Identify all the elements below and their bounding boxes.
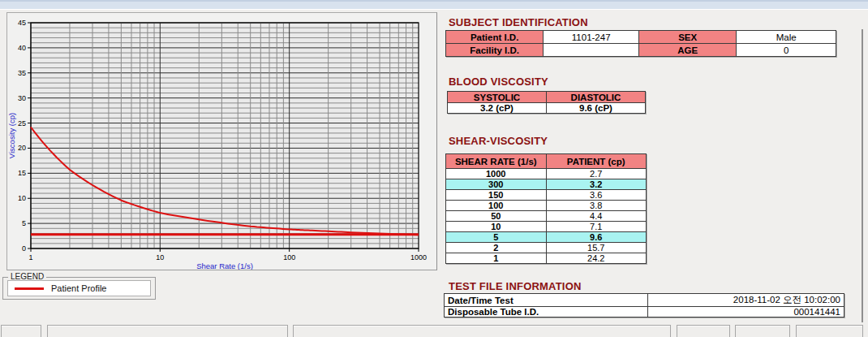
subject-identification-table: Patient I.D.1101-247SEXMaleFacility I.D.… <box>445 30 836 57</box>
testfile-label: Disposable Tube I.D. <box>445 307 648 318</box>
shear-rate-cell: 2 <box>446 243 547 253</box>
diastolic-value: 9.6 (cP) <box>547 103 646 114</box>
subject-value <box>544 44 639 57</box>
systolic-value: 3.2 (cP) <box>448 103 547 114</box>
blood-viscosity-table: SYSTOLIC DIASTOLIC 3.2 (cP) 9.6 (cP) <box>447 91 646 114</box>
subject-tbody: Patient I.D.1101-247SEXMaleFacility I.D.… <box>446 31 836 57</box>
patient-profile-line-sample <box>15 287 44 290</box>
testfile-label: Date/Time Test <box>445 294 648 307</box>
subject-label: Facility I.D. <box>446 44 544 57</box>
shear-row[interactable]: 10002.7 <box>446 169 647 179</box>
window-top-band <box>0 0 868 10</box>
testfile-row: Disposable Tube I.D.000141441 <box>445 307 844 318</box>
shear-rate-cell: 10 <box>446 222 547 232</box>
shear-rate-header: SHEAR RATE (1/s) <box>446 154 547 169</box>
x-tick-label: 1 <box>28 253 32 261</box>
subject-label: SEX <box>639 31 737 44</box>
subject-label: Patient I.D. <box>446 31 544 44</box>
plot-area <box>31 23 419 248</box>
statusbar-segment-3 <box>293 325 671 337</box>
testfile-value: 2018-11-02 오전 10:02:00 <box>648 294 844 307</box>
shear-tbody: 10002.73003.21503.61003.8504.4107.159.62… <box>446 169 647 264</box>
shear-rate-cell: 5 <box>446 232 547 243</box>
subject-label: AGE <box>639 44 737 57</box>
shear-row[interactable]: 124.2 <box>446 253 647 264</box>
panel-right-border <box>862 29 863 322</box>
y-tick-label: 15 <box>18 169 26 177</box>
shear-rate-cell: 1000 <box>446 169 547 179</box>
statusbar-segment-5 <box>735 325 790 337</box>
y-tick-label: 20 <box>18 144 26 152</box>
patient-viscosity-cell: 3.2 <box>546 179 647 190</box>
y-tick-label: 5 <box>22 219 26 227</box>
shear-row[interactable]: 1003.8 <box>446 201 647 211</box>
subject-identification-title: SUBJECT IDENTIFICATION <box>449 16 588 28</box>
shear-row[interactable]: 1503.6 <box>446 190 647 201</box>
subject-row: Facility I.D.AGE0 <box>446 44 836 57</box>
y-tick-label: 35 <box>18 69 26 77</box>
x-tick-label: 10 <box>156 253 164 261</box>
test-file-information-table: Date/Time Test2018-11-02 오전 10:02:00Disp… <box>444 293 844 318</box>
shear-header-row: SHEAR RATE (1/s) PATIENT (cp) <box>446 154 647 169</box>
shear-rate-cell: 300 <box>446 179 547 190</box>
subject-value: Male <box>737 31 836 44</box>
x-axis-label: Shear Rate (1/s) <box>196 261 253 270</box>
y-tick-label: 10 <box>18 194 26 202</box>
blood-value-row: 3.2 (cP) 9.6 (cP) <box>448 103 646 114</box>
y-tick-label: 30 <box>18 94 26 102</box>
diastolic-header: DIASTOLIC <box>547 92 646 103</box>
test-file-information-title: TEST FILE INFORMATION <box>449 280 582 292</box>
testfile-tbody: Date/Time Test2018-11-02 오전 10:02:00Disp… <box>445 294 844 318</box>
systolic-header: SYSTOLIC <box>448 92 547 103</box>
y-axis-label: Viscosity (cp) <box>7 113 16 158</box>
testfile-value: 000141441 <box>648 307 844 318</box>
shear-row[interactable]: 215.7 <box>446 243 647 253</box>
blood-header-row: SYSTOLIC DIASTOLIC <box>448 92 646 103</box>
patient-viscosity-cell: 3.8 <box>546 201 647 211</box>
subject-value: 1101-247 <box>544 31 639 44</box>
statusbar-segment-2 <box>47 325 288 337</box>
patient-viscosity-cell: 9.6 <box>546 232 647 243</box>
testfile-row: Date/Time Test2018-11-02 오전 10:02:00 <box>445 294 844 307</box>
shear-row[interactable]: 107.1 <box>446 222 647 232</box>
x-tick-label: 1000 <box>410 253 427 261</box>
patient-viscosity-cell: 15.7 <box>546 243 647 253</box>
statusbar-segment-1 <box>1 325 41 337</box>
shear-row[interactable]: 3003.2 <box>446 179 647 190</box>
blood-viscosity-title: BLOOD VISCOSITY <box>449 76 548 88</box>
y-tick-label: 0 <box>22 244 26 253</box>
statusbar-segment-6 <box>796 325 863 337</box>
patient-viscosity-cell: 7.1 <box>546 222 647 232</box>
patient-viscosity-cell: 2.7 <box>546 169 647 179</box>
shear-viscosity-table: SHEAR RATE (1/s) PATIENT (cp) 10002.7300… <box>445 153 647 264</box>
shear-rate-cell: 100 <box>446 201 547 211</box>
patient-viscosity-cell: 3.6 <box>546 190 647 201</box>
chart-panel: 0510152025303540451101001000Viscosity (c… <box>6 12 437 270</box>
shear-rate-cell: 50 <box>446 211 547 222</box>
patient-viscosity-cell: 24.2 <box>546 253 647 264</box>
shear-viscosity-title: SHEAR-VISCOSITY <box>449 135 548 147</box>
app-window: 0510152025303540451101001000Viscosity (c… <box>0 0 868 337</box>
shear-rate-cell: 1 <box>446 253 547 264</box>
legend-item-label: Patient Profile <box>51 283 106 293</box>
y-tick-label: 25 <box>18 119 26 127</box>
y-tick-label: 40 <box>18 44 26 52</box>
x-tick-label: 100 <box>283 253 295 261</box>
shear-row[interactable]: 59.6 <box>446 232 647 243</box>
legend-panel: Patient Profile <box>7 280 151 296</box>
patient-cp-header: PATIENT (cp) <box>546 154 647 169</box>
legend-groupbox: LEGEND Patient Profile <box>2 277 156 300</box>
patient-viscosity-cell: 4.4 <box>546 211 647 222</box>
subject-row: Patient I.D.1101-247SEXMale <box>446 31 836 44</box>
shear-viscosity-chart: 0510152025303540451101001000Viscosity (c… <box>7 13 436 270</box>
shear-row[interactable]: 504.4 <box>446 211 647 222</box>
statusbar-segment-4 <box>677 325 730 337</box>
y-tick-label: 45 <box>18 19 26 27</box>
shear-rate-cell: 150 <box>446 190 547 201</box>
subject-value: 0 <box>737 44 836 57</box>
